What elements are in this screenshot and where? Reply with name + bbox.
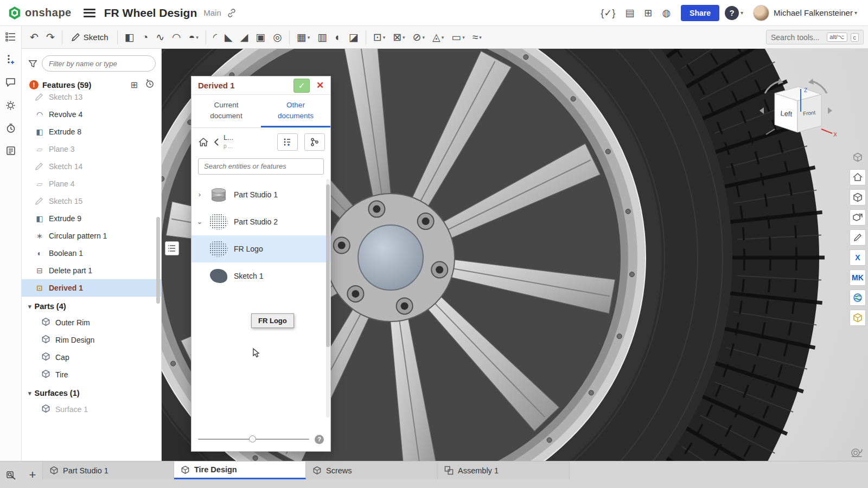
revolve-tool[interactable]: ◔ — [138, 30, 152, 45]
feature-row[interactable]: ⊟Delete part 1 — [22, 262, 161, 279]
user-name[interactable]: Michael Falkensteiner — [774, 8, 853, 17]
feature-row[interactable]: ◧Extrude 9 — [22, 210, 161, 227]
branch-label[interactable]: Main — [203, 8, 221, 17]
tab-other-documents[interactable]: Other documents — [261, 95, 330, 127]
delete-part-tool[interactable]: ⊠▾ — [389, 29, 409, 45]
roof-tool-icon[interactable] — [850, 169, 866, 185]
hole-tool[interactable]: ◎ — [269, 29, 286, 45]
view-cube[interactable]: Left Front Z X — [755, 77, 837, 147]
loft-tool[interactable]: ◠ — [168, 29, 185, 45]
insert-icon[interactable] — [4, 53, 17, 66]
insert-list-button[interactable] — [277, 133, 298, 151]
offset-surface-tool[interactable]: ▭▾ — [448, 29, 468, 45]
modify-fillet-tool[interactable]: ⊘▾ — [409, 29, 429, 45]
feature-row[interactable]: Sketch 15 — [22, 192, 161, 210]
api-code-icon[interactable]: {✓} — [596, 5, 620, 21]
tree-row[interactable]: ›Part Studio 1 — [192, 181, 330, 208]
part-row[interactable]: Tire — [22, 366, 161, 383]
sweep-tool[interactable]: ∿ — [152, 29, 168, 45]
feature-row[interactable]: ◧Extrude 8 — [22, 123, 161, 140]
feature-panel-handle[interactable] — [165, 241, 179, 255]
dropdown-caret-icon[interactable]: ▾ — [479, 35, 482, 40]
user-caret-icon[interactable]: ▾ — [854, 10, 857, 16]
dropdown-caret-icon[interactable]: ▾ — [403, 35, 405, 40]
history-icon[interactable] — [4, 121, 17, 134]
dropdown-caret-icon[interactable]: ▾ — [462, 35, 465, 40]
globe-custom-tool-icon[interactable] — [850, 290, 866, 306]
sketch-tool-icon[interactable] — [850, 229, 866, 246]
dialog-scrollbar[interactable] — [326, 179, 330, 418]
fillet-tool[interactable]: ◜ — [209, 29, 221, 45]
extrude-tool[interactable]: ◧ — [121, 29, 138, 45]
spreadsheet-icon[interactable]: ▤ — [620, 5, 639, 21]
breadcrumb[interactable]: L... p ... — [224, 134, 233, 150]
tree-row[interactable]: Sketch 1 — [192, 262, 330, 290]
undo-button[interactable]: ↶ — [26, 29, 42, 45]
dialog-title-bar[interactable]: Derived 1 ✓ ✕ — [192, 76, 330, 95]
document-tab-screws[interactable]: Screws — [306, 461, 438, 479]
mk-custom-tool-icon[interactable]: MK — [850, 269, 866, 286]
feature-row[interactable]: ◐Boolean 1 — [22, 245, 161, 262]
feature-row[interactable]: ⊡Derived 1 — [22, 279, 161, 297]
surfaces-section-header[interactable]: ▾ Surfaces (1) — [22, 383, 161, 401]
dropdown-caret-icon[interactable]: ▾ — [383, 35, 386, 40]
tree-row[interactable]: ⌄Part Studio 2 — [192, 208, 330, 235]
tab-current-document[interactable]: Current document — [192, 95, 261, 127]
draft-tool[interactable]: ◢ — [237, 29, 252, 45]
user-avatar[interactable] — [753, 5, 769, 21]
tree-row[interactable]: FR Logo — [192, 235, 330, 262]
document-tab-part-studio-1[interactable]: Part Studio 1 — [42, 461, 174, 479]
linear-pattern-tool[interactable]: ▦▾ — [293, 29, 314, 45]
dialog-help-button[interactable]: ? — [315, 435, 324, 444]
part-row[interactable]: Outer Rim — [22, 314, 161, 331]
move-face-tool[interactable]: ◬▾ — [429, 29, 448, 45]
help-button[interactable]: ? — [725, 6, 739, 20]
dropdown-caret-icon[interactable]: ▾ — [196, 35, 199, 40]
search-tabs-icon[interactable] — [0, 461, 23, 488]
iso-cube-tool-icon[interactable] — [850, 189, 866, 206]
feature-filter-input[interactable] — [42, 55, 156, 72]
transform-tool[interactable]: ⊡▾ — [369, 29, 389, 45]
part-row[interactable]: Cap — [22, 349, 161, 366]
boolean-tool[interactable]: ◐ — [331, 30, 344, 45]
export-view-tool-icon[interactable] — [850, 209, 866, 226]
expander-icon[interactable]: › — [196, 190, 203, 198]
dialog-close-button[interactable]: ✕ — [313, 79, 327, 93]
dropdown-caret-icon[interactable]: ▾ — [442, 35, 444, 40]
back-chevron-icon[interactable] — [213, 138, 219, 146]
feature-row[interactable]: ◠Revolve 4 — [22, 106, 161, 123]
split-tool[interactable]: ◪ — [345, 29, 362, 45]
notes-icon[interactable] — [4, 144, 17, 157]
feature-row[interactable]: ∗Circular pattern 1 — [22, 227, 161, 245]
feature-row[interactable]: ▱Plane 4 — [22, 175, 161, 192]
sketch-button[interactable]: Sketch — [66, 30, 114, 44]
entity-search-input[interactable] — [198, 158, 324, 175]
chamfer-tool[interactable]: ◣ — [221, 29, 237, 45]
dropdown-caret-icon[interactable]: ▾ — [423, 35, 425, 40]
rollback-slider[interactable] — [198, 439, 309, 440]
link-icon[interactable] — [227, 8, 237, 18]
part-row[interactable]: Rim Design — [22, 331, 161, 349]
feature-row[interactable]: ▱Plane 3 — [22, 140, 161, 158]
globe-icon[interactable]: ◍ — [657, 5, 675, 21]
help-caret-icon[interactable]: ▾ — [741, 10, 743, 16]
search-tools-box[interactable]: Search tools... alt/⌥ c — [766, 30, 864, 44]
document-tab-assembly-1[interactable]: Assembly 1 — [438, 461, 570, 479]
slider-knob[interactable] — [249, 435, 256, 442]
mirror-tool[interactable]: ▥ — [314, 29, 331, 45]
x-custom-tool-icon[interactable]: X — [850, 249, 866, 266]
share-button[interactable]: Share — [681, 5, 719, 21]
app-store-icon[interactable]: ⊞ — [639, 5, 657, 21]
part-row[interactable]: Surface 1 — [22, 401, 161, 418]
feature-row[interactable]: Sketch 13 — [22, 88, 161, 106]
dialog-accept-button[interactable]: ✓ — [293, 79, 310, 93]
thicken-tool[interactable]: ◓▾ — [185, 30, 202, 45]
comments-icon[interactable] — [4, 76, 17, 89]
shell-tool[interactable]: ▣ — [252, 29, 269, 45]
document-tab-tire-design[interactable]: Tire Design — [174, 461, 306, 479]
gold-cube-tool-icon[interactable] — [850, 310, 866, 326]
view-cube-menu-icon[interactable] — [850, 149, 866, 165]
feature-list-icon[interactable] — [4, 30, 17, 43]
parts-section-header[interactable]: ▾ Parts (4) — [22, 297, 161, 314]
menu-icon[interactable] — [84, 9, 95, 17]
